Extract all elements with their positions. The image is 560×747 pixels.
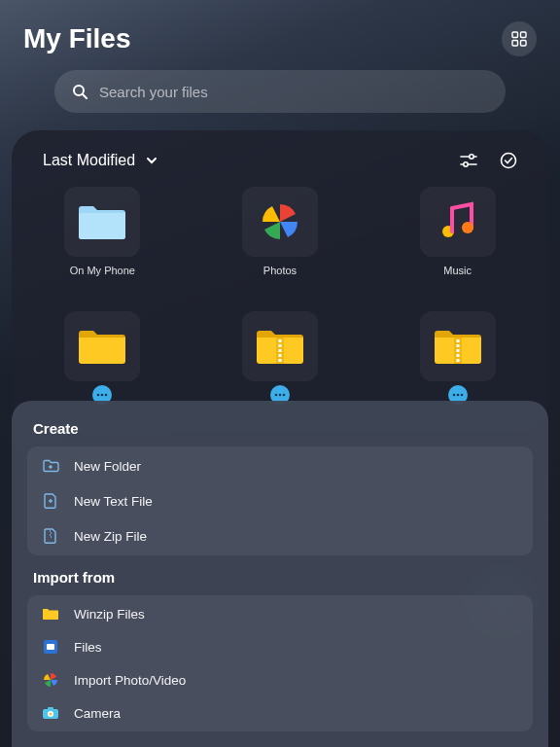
page-title: My Files <box>23 23 130 54</box>
svg-rect-3 <box>521 41 527 47</box>
import-camera[interactable]: Camera <box>27 696 533 729</box>
folder-yellow-icon <box>77 326 127 367</box>
file-zip-icon <box>41 526 60 546</box>
import-files[interactable]: Files <box>27 630 533 663</box>
photos-small-icon <box>41 670 60 690</box>
svg-rect-31 <box>456 359 459 362</box>
action-label: Winzip Files <box>74 607 145 622</box>
svg-point-25 <box>283 394 286 397</box>
action-label: Import Photo/Video <box>74 673 186 688</box>
grid-icon <box>511 31 527 47</box>
action-sheet: Create New Folder New Text File New Zip … <box>12 401 548 747</box>
action-label: New Zip File <box>74 529 147 544</box>
grid-view-button[interactable] <box>502 21 537 56</box>
dots-icon <box>452 393 464 397</box>
music-notes-icon <box>437 200 479 243</box>
files-panel: Last Modified On My Phone <box>12 130 548 432</box>
action-label: New Text File <box>74 494 153 509</box>
folder-phone-icon <box>77 201 127 242</box>
svg-point-15 <box>101 394 104 397</box>
action-label: Camera <box>74 706 121 721</box>
svg-rect-30 <box>456 354 459 357</box>
import-section-title: Import from <box>27 555 533 595</box>
file-label: Photos <box>263 265 297 276</box>
folder-zip-icon <box>255 326 305 367</box>
svg-line-5 <box>83 94 87 98</box>
svg-point-23 <box>275 394 278 397</box>
check-circle-icon[interactable] <box>500 152 517 169</box>
svg-point-24 <box>279 394 282 397</box>
file-tile-folder[interactable] <box>43 311 162 405</box>
create-new-zip-file[interactable]: New Zip File <box>27 518 533 553</box>
chevron-down-icon <box>145 154 158 167</box>
photos-pinwheel-icon <box>259 200 301 243</box>
import-photo-video[interactable]: Import Photo/Video <box>27 663 533 696</box>
create-section-title: Create <box>27 416 533 446</box>
file-tile-on-my-phone[interactable]: On My Phone <box>43 187 162 276</box>
svg-rect-0 <box>512 32 518 38</box>
file-tile-zip-2[interactable] <box>398 311 517 405</box>
svg-point-12 <box>462 222 473 233</box>
create-new-folder[interactable]: New Folder <box>27 448 533 483</box>
file-plus-icon <box>41 491 60 511</box>
svg-point-32 <box>452 394 455 397</box>
svg-rect-28 <box>456 344 459 347</box>
svg-rect-21 <box>278 354 281 357</box>
import-winzip-files[interactable]: Winzip Files <box>27 597 533 630</box>
svg-rect-44 <box>47 644 54 650</box>
svg-rect-27 <box>456 339 459 342</box>
camera-icon <box>41 703 60 723</box>
search-input[interactable]: Search your files <box>54 70 506 113</box>
file-tile-photos[interactable]: Photos <box>221 187 340 276</box>
folder-yellow-small-icon <box>41 604 60 623</box>
svg-rect-20 <box>278 349 281 352</box>
search-icon <box>72 84 88 99</box>
folder-zip-icon <box>433 326 483 367</box>
file-tile-zip-1[interactable] <box>221 311 340 405</box>
svg-rect-29 <box>456 349 459 352</box>
svg-rect-18 <box>278 339 281 342</box>
svg-rect-2 <box>512 41 518 47</box>
sort-label: Last Modified <box>43 152 135 169</box>
svg-rect-46 <box>48 707 53 710</box>
files-app-icon <box>41 637 60 657</box>
svg-point-14 <box>97 394 100 397</box>
file-label: Music <box>443 265 472 276</box>
svg-point-33 <box>456 394 459 397</box>
filter-icon[interactable] <box>459 152 478 169</box>
file-tile-music[interactable]: Music <box>398 187 517 276</box>
create-new-text-file[interactable]: New Text File <box>27 483 533 518</box>
dots-icon <box>96 393 108 397</box>
action-label: New Folder <box>74 459 141 474</box>
search-placeholder: Search your files <box>99 84 208 100</box>
svg-point-9 <box>464 162 468 166</box>
svg-rect-19 <box>278 344 281 347</box>
file-label: On My Phone <box>70 265 135 276</box>
action-label: Files <box>74 640 102 655</box>
svg-point-7 <box>470 155 473 159</box>
folder-plus-icon <box>41 456 60 476</box>
svg-rect-22 <box>278 359 281 362</box>
svg-rect-1 <box>521 32 527 38</box>
svg-point-34 <box>460 394 463 397</box>
dots-icon <box>274 393 286 397</box>
svg-point-48 <box>50 713 52 716</box>
sort-dropdown[interactable]: Last Modified <box>43 152 158 169</box>
svg-point-10 <box>502 154 516 168</box>
svg-point-16 <box>105 394 108 397</box>
